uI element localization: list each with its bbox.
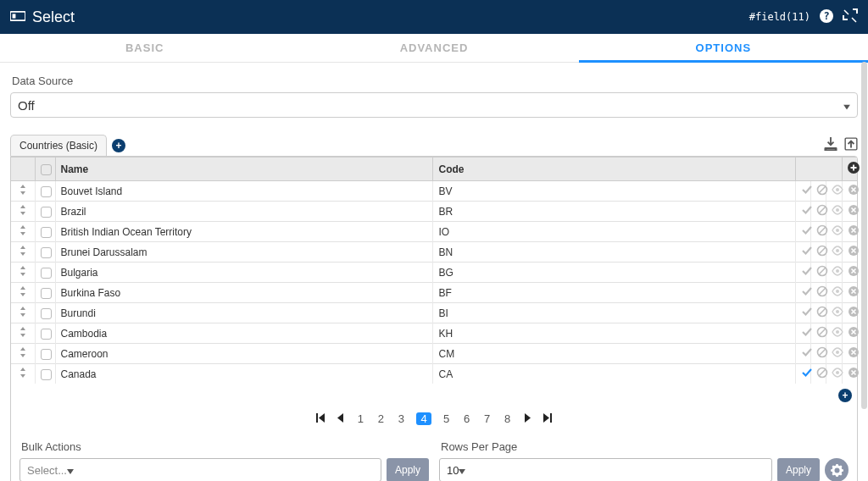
cell-name[interactable]: Brunei Darussalam (55, 242, 433, 263)
row-delete-icon[interactable] (848, 207, 860, 218)
tab-advanced[interactable]: ADVANCED (289, 34, 578, 62)
row-visibility-icon[interactable] (832, 247, 843, 259)
cell-code[interactable]: IO (433, 222, 796, 242)
col-code-header[interactable]: Code (433, 158, 796, 181)
drag-handle-icon[interactable] (19, 287, 26, 299)
rows-per-page-select[interactable]: 10 (439, 458, 772, 481)
cell-code[interactable]: BI (433, 303, 796, 323)
options-tab-countries[interactable]: Countries (Basic) (10, 135, 107, 156)
drag-handle-icon[interactable] (19, 185, 26, 197)
row-disable-icon[interactable] (816, 207, 828, 218)
col-select-all[interactable] (35, 158, 55, 181)
row-checkbox[interactable] (41, 369, 52, 380)
page-6[interactable]: 6 (462, 412, 472, 425)
cell-code[interactable]: BR (433, 202, 796, 222)
drag-handle-icon[interactable] (19, 368, 26, 380)
row-checkbox[interactable] (41, 186, 52, 197)
row-default-icon[interactable] (801, 329, 813, 340)
page-last-button[interactable] (542, 412, 552, 425)
page-4[interactable]: 4 (416, 412, 431, 425)
row-delete-icon[interactable] (848, 268, 860, 279)
cell-name[interactable]: British Indian Ocean Territory (55, 222, 433, 242)
row-visibility-icon[interactable] (832, 369, 843, 381)
row-delete-icon[interactable] (848, 247, 860, 259)
cell-name[interactable]: Burkina Faso (55, 283, 433, 303)
row-default-icon[interactable] (801, 268, 813, 279)
cell-code[interactable]: BG (433, 263, 796, 283)
drag-handle-icon[interactable] (19, 226, 26, 238)
row-delete-icon[interactable] (848, 349, 860, 361)
add-row-header[interactable] (842, 158, 857, 181)
col-name-header[interactable]: Name (55, 158, 433, 181)
cell-name[interactable]: Cameroon (55, 344, 433, 364)
vertical-scrollbar[interactable] (861, 62, 867, 479)
drag-handle-icon[interactable] (19, 328, 26, 340)
row-delete-icon[interactable] (848, 369, 860, 381)
row-disable-icon[interactable] (816, 247, 828, 259)
row-default-icon[interactable] (801, 207, 813, 218)
row-visibility-icon[interactable] (832, 308, 843, 320)
row-checkbox[interactable] (41, 288, 52, 299)
row-disable-icon[interactable] (816, 288, 828, 300)
row-delete-icon[interactable] (848, 186, 860, 198)
cell-name[interactable]: Burundi (55, 303, 433, 323)
row-default-icon[interactable] (801, 288, 813, 300)
drag-handle-icon[interactable] (19, 267, 26, 279)
row-visibility-icon[interactable] (832, 186, 843, 198)
row-disable-icon[interactable] (816, 308, 828, 320)
row-disable-icon[interactable] (816, 369, 828, 381)
cell-name[interactable]: Cambodia (55, 323, 433, 344)
table-settings-button[interactable] (825, 458, 849, 481)
page-next-button[interactable] (523, 412, 532, 425)
row-checkbox[interactable] (41, 227, 52, 238)
data-source-select[interactable]: Off (10, 92, 858, 118)
row-disable-icon[interactable] (816, 227, 828, 239)
cell-code[interactable]: CM (433, 344, 796, 364)
drag-handle-icon[interactable] (19, 206, 26, 218)
row-checkbox[interactable] (41, 329, 52, 340)
drag-handle-icon[interactable] (19, 246, 26, 258)
row-visibility-icon[interactable] (832, 207, 843, 218)
row-checkbox[interactable] (41, 247, 52, 258)
page-5[interactable]: 5 (442, 412, 452, 425)
row-delete-icon[interactable] (848, 288, 860, 300)
row-disable-icon[interactable] (816, 268, 828, 279)
tab-basic[interactable]: BASIC (0, 34, 289, 62)
row-visibility-icon[interactable] (832, 349, 843, 361)
page-1[interactable]: 1 (355, 412, 365, 425)
row-disable-icon[interactable] (816, 329, 828, 340)
row-delete-icon[interactable] (848, 227, 860, 239)
export-icon[interactable] (824, 137, 837, 153)
bulk-apply-button[interactable]: Apply (387, 458, 429, 481)
row-delete-icon[interactable] (848, 308, 860, 320)
drag-handle-icon[interactable] (19, 348, 26, 360)
page-7[interactable]: 7 (482, 412, 492, 425)
cell-code[interactable]: KH (433, 323, 796, 344)
row-visibility-icon[interactable] (832, 329, 843, 340)
row-disable-icon[interactable] (816, 349, 828, 361)
row-checkbox[interactable] (41, 268, 52, 279)
add-row-button[interactable]: + (838, 389, 852, 402)
rows-apply-button[interactable]: Apply (777, 458, 820, 481)
row-default-icon[interactable] (801, 308, 813, 320)
cell-code[interactable]: BN (433, 242, 796, 263)
cell-code[interactable]: BV (433, 181, 796, 202)
cell-code[interactable]: BF (433, 283, 796, 303)
row-checkbox[interactable] (41, 207, 52, 218)
cell-name[interactable]: Canada (55, 364, 433, 384)
page-prev-button[interactable] (336, 412, 345, 425)
page-8[interactable]: 8 (503, 412, 513, 425)
row-visibility-icon[interactable] (832, 227, 843, 239)
cell-name[interactable]: Brazil (55, 202, 433, 222)
row-delete-icon[interactable] (848, 329, 860, 340)
cell-code[interactable]: CA (433, 364, 796, 384)
help-icon[interactable] (819, 8, 834, 26)
bulk-actions-select[interactable]: Select... (19, 458, 381, 481)
row-checkbox[interactable] (41, 349, 52, 360)
row-default-icon[interactable] (801, 227, 813, 239)
row-default-icon[interactable] (801, 247, 813, 259)
page-first-button[interactable] (316, 412, 326, 425)
row-visibility-icon[interactable] (832, 268, 843, 279)
row-default-icon[interactable] (801, 186, 813, 198)
tab-options[interactable]: OPTIONS (579, 34, 868, 62)
